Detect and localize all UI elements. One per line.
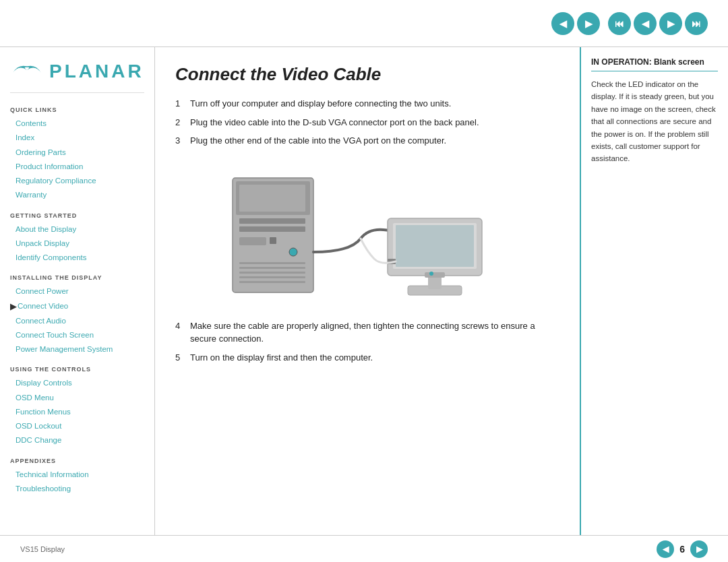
footer-page-number: 6 <box>679 544 685 555</box>
svg-rect-18 <box>425 272 445 278</box>
svg-rect-5 <box>239 237 266 245</box>
svg-rect-10 <box>239 272 305 274</box>
step-2-num: 2 <box>175 116 185 129</box>
sidebar-item-connect-touch-screen[interactable]: Connect Touch Screen <box>10 328 144 342</box>
prev-button[interactable]: ◀ <box>551 12 574 35</box>
section-header-appendixes: Appendixes <box>10 458 144 464</box>
section-header-quick-links: Quick Links <box>10 106 144 113</box>
brand-name: PLANAR <box>49 61 144 82</box>
sidebar-item-contents[interactable]: Contents <box>10 117 144 131</box>
sidebar-item-warranty[interactable]: Warranty <box>10 188 144 202</box>
step-4: 4 Make sure the cable are properly align… <box>175 319 559 346</box>
step-2-text: Plug the video cable into the D-sub VGA … <box>190 116 479 129</box>
svg-rect-12 <box>239 281 305 283</box>
sidebar-item-ordering-parts[interactable]: Ordering Parts <box>10 146 144 160</box>
top-bar: ◀ ▶ ⏮ ◀ ▶ ⏭ <box>0 0 728 47</box>
computer-image-area <box>175 161 559 309</box>
sidebar-item-power-management[interactable]: Power Management System <box>10 342 144 356</box>
sidebar: PLANAR Quick Links Contents Index Orderi… <box>0 47 155 535</box>
sidebar-item-troubleshooting[interactable]: Troubleshooting <box>10 482 144 496</box>
sidebar-section-using-controls: Using the Controls Display Controls OSD … <box>10 366 144 447</box>
sidebar-item-technical-information[interactable]: Technical Information <box>10 468 144 482</box>
step-4-text: Make sure the cable are properly aligned… <box>190 319 559 346</box>
svg-point-20 <box>429 272 433 276</box>
content-area: Connect the Video Cable 1 Turn off your … <box>155 47 580 535</box>
section-header-using-controls: Using the Controls <box>10 366 144 373</box>
panel-title: IN OPERATION: Blank screen <box>591 57 718 71</box>
sidebar-item-regulatory-compliance[interactable]: Regulatory Compliance <box>10 174 144 188</box>
panel-body: Check the LED indicator on the display. … <box>591 78 718 165</box>
navigation-buttons: ◀ ▶ ⏮ ◀ ▶ ⏭ <box>551 12 708 35</box>
sidebar-item-index[interactable]: Index <box>10 131 144 145</box>
first-button[interactable]: ⏮ <box>608 12 631 35</box>
svg-rect-4 <box>239 226 305 232</box>
step-1: 1 Turn off your computer and display bef… <box>175 97 559 111</box>
svg-rect-17 <box>396 225 474 267</box>
sidebar-item-osd-lockout[interactable]: OSD Lockout <box>10 419 144 433</box>
step-1-num: 1 <box>175 97 185 111</box>
svg-rect-6 <box>270 237 276 244</box>
sidebar-section-getting-started: Getting Started About the Display Unpack… <box>10 212 144 266</box>
sidebar-item-product-information[interactable]: Product Information <box>10 160 144 174</box>
svg-point-7 <box>289 248 297 256</box>
footer-prev-button[interactable]: ◀ <box>657 540 674 558</box>
sidebar-item-display-controls[interactable]: Display Controls <box>10 376 144 390</box>
section-header-installing-display: Installing the Display <box>10 274 144 281</box>
forward-button[interactable]: ▶ <box>659 12 682 35</box>
sidebar-item-osd-menu[interactable]: OSD Menu <box>10 391 144 405</box>
step-2: 2 Plug the video cable into the D-sub VG… <box>175 116 559 129</box>
svg-rect-2 <box>239 185 305 212</box>
right-panel: IN OPERATION: Blank screen Check the LED… <box>580 47 728 535</box>
step-3: 3 Plug the other end of the cable into t… <box>175 134 559 148</box>
footer-next-button[interactable]: ▶ <box>690 540 708 558</box>
footer-nav: ◀ 6 ▶ <box>657 540 708 558</box>
sidebar-item-connect-audio[interactable]: Connect Audio <box>10 314 144 328</box>
back-button[interactable]: ◀ <box>634 12 657 35</box>
nav-group-1: ◀ ▶ <box>551 12 600 35</box>
step-3-text: Plug the other end of the cable into the… <box>190 134 446 148</box>
sidebar-item-connect-video[interactable]: ▶ Connect Video <box>10 299 144 314</box>
sidebar-item-identify-components[interactable]: Identify Components <box>10 251 144 265</box>
product-label: VS15 Display <box>20 545 65 553</box>
sidebar-item-about-display[interactable]: About the Display <box>10 222 144 237</box>
sidebar-section-installing-display: Installing the Display Connect Power ▶ C… <box>10 274 144 356</box>
sidebar-item-connect-power[interactable]: Connect Power <box>10 284 144 299</box>
step-5-num: 5 <box>175 351 185 365</box>
sidebar-section-quick-links: Quick Links Contents Index Ordering Part… <box>10 106 144 203</box>
next-button[interactable]: ▶ <box>577 12 600 35</box>
page-title: Connect the Video Cable <box>175 64 559 85</box>
footer-bar: VS15 Display ◀ 6 ▶ <box>0 535 728 562</box>
svg-rect-8 <box>239 262 305 264</box>
svg-rect-9 <box>239 267 305 269</box>
steps-list-before-image: 1 Turn off your computer and display bef… <box>175 97 559 148</box>
active-arrow-icon: ▶ <box>10 301 16 313</box>
step-3-num: 3 <box>175 134 185 148</box>
sidebar-section-appendixes: Appendixes Technical Information Trouble… <box>10 458 144 497</box>
steps-list-after-image: 4 Make sure the cable are properly align… <box>175 319 559 365</box>
step-1-text: Turn off your computer and display befor… <box>190 97 451 111</box>
planar-logo-icon <box>10 61 44 82</box>
svg-rect-11 <box>239 276 305 278</box>
sidebar-item-connect-video-label: Connect Video <box>18 301 68 312</box>
nav-group-2: ⏮ ◀ ▶ ⏭ <box>608 12 708 35</box>
step-5: 5 Turn on the display first and then the… <box>175 351 559 365</box>
step-4-num: 4 <box>175 319 185 346</box>
logo: PLANAR <box>10 61 144 82</box>
svg-rect-3 <box>239 218 305 224</box>
step-5-text: Turn on the display first and then the c… <box>190 351 373 365</box>
main-layout: PLANAR Quick Links Contents Index Orderi… <box>0 47 728 535</box>
last-button[interactable]: ⏭ <box>685 12 708 35</box>
computer-illustration <box>226 164 509 306</box>
logo-area: PLANAR <box>10 61 144 93</box>
section-header-getting-started: Getting Started <box>10 212 144 219</box>
page-title-text: Connect the Video Cable <box>175 64 381 84</box>
sidebar-item-ddc-change[interactable]: DDC Change <box>10 433 144 447</box>
sidebar-item-unpack-display[interactable]: Unpack Display <box>10 237 144 251</box>
sidebar-item-function-menus[interactable]: Function Menus <box>10 405 144 419</box>
